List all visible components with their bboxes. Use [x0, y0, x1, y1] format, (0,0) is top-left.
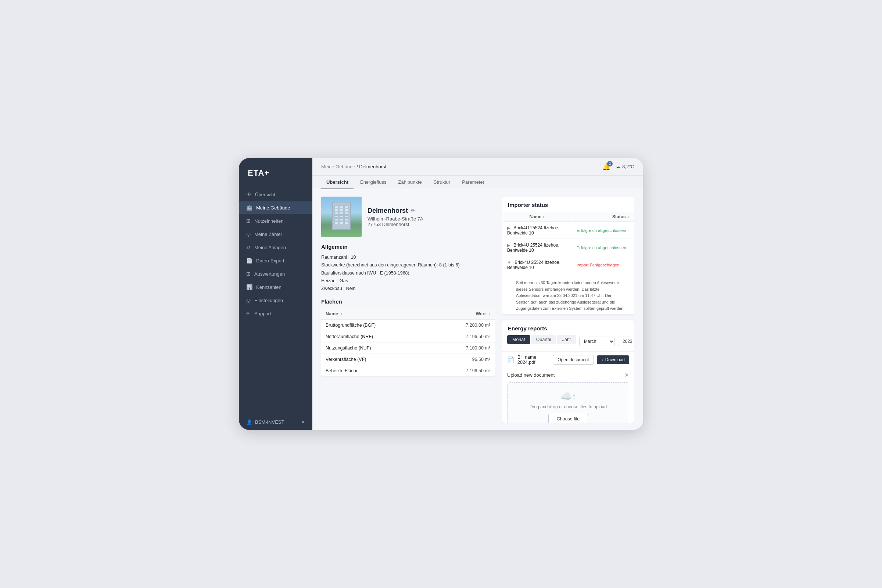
sidebar-item-metrics[interactable]: 📊 Kennzahlen	[239, 281, 312, 293]
importer-row-2: ▶ Brick4U 25524 Itzehoe, Bentweide 10 Er…	[503, 240, 634, 256]
energy-reports-title: Energy reports	[502, 320, 634, 335]
month-select[interactable]: JanuaryFebruaryMarchAprilMayJuneJulyAugu…	[579, 337, 615, 346]
page-content: Delmenhorst ✏ Wilhelm-Raabe-Straße 7A 27…	[312, 189, 643, 430]
info-class: Baulaltersklasse nach IWU : E (1958-1968…	[321, 269, 495, 277]
area-name: Nettoraumfläche (NRF)	[321, 331, 432, 342]
importer-status-2: Erfolgreich abgeschlossen	[572, 240, 634, 256]
page-tabs: Übersicht Energiefluss Zählpunkte Strukt…	[312, 176, 643, 189]
area-name: Bruttogrundfläche (BGF)	[321, 320, 432, 331]
export-icon: 📄	[246, 258, 252, 264]
breadcrumb-current: Delmenhorst	[359, 164, 386, 170]
download-icon: ↓	[601, 357, 603, 362]
expand-icon-1[interactable]: ▶	[507, 226, 510, 230]
table-row: Nutzungsfläche (NUF)7.100,00 m²	[321, 342, 495, 354]
tab-overview[interactable]: Übersicht	[321, 176, 354, 189]
close-upload-button[interactable]: ✕	[624, 372, 629, 378]
tab-meter-points[interactable]: Zählpunkte	[393, 176, 427, 189]
expand-icon-3[interactable]: ▼	[507, 260, 511, 265]
building-address-line2: 27753 Delmenhorst	[368, 222, 423, 227]
info-rooms: Raumanzahl : 10	[321, 254, 495, 261]
period-tab-year[interactable]: Jahr	[557, 335, 576, 344]
table-row: Bruttogrundfläche (BGF)7.200,00 m²	[321, 320, 495, 331]
importer-error-detail: Seit mehr als 30 Tagen konnten keine neu…	[503, 274, 634, 314]
general-info: Raumanzahl : 10 Stockwerke (berechnet au…	[321, 254, 495, 292]
sort-value-icon[interactable]: ↕	[488, 312, 490, 316]
edit-building-icon[interactable]: ✏	[411, 208, 415, 213]
expand-icon-2[interactable]: ▶	[507, 243, 510, 248]
areas-col-value: Wert ↕	[432, 308, 495, 320]
support-icon: ✏	[246, 310, 250, 316]
area-value: 7.196,50 m²	[432, 365, 495, 376]
area-name: Nutzungsfläche (NUF)	[321, 342, 432, 354]
building-header: Delmenhorst ✏ Wilhelm-Raabe-Straße 7A 27…	[321, 196, 495, 237]
info-heating: Heizart : Gas	[321, 277, 495, 285]
area-name: Verkehrsfläche (VF)	[321, 354, 432, 365]
tab-structure[interactable]: Struktur	[429, 176, 456, 189]
sort-name-icon[interactable]: ↕	[340, 312, 343, 316]
notifications-button[interactable]: 🔔 2	[602, 163, 610, 171]
analysis-icon: ⊞	[246, 271, 250, 277]
importer-error-detail-row: Seit mehr als 30 Tagen konnten keine neu…	[503, 274, 634, 314]
sidebar-item-settings[interactable]: ◎ Einstellungen	[239, 294, 312, 306]
building-details: Delmenhorst ✏ Wilhelm-Raabe-Straße 7A 27…	[368, 196, 423, 237]
period-selects: JanuaryFebruaryMarchAprilMayJuneJulyAugu…	[579, 337, 634, 346]
energy-controls: Monat Quartal Jahr JanuaryFebruaryMarchA…	[502, 335, 634, 351]
sidebar-item-support[interactable]: ✏ Support	[239, 307, 312, 320]
chart-icon: 📊	[246, 284, 252, 290]
building-address-line1: Wilhelm-Raabe-Straße 7A	[368, 216, 423, 222]
area-value: 7.200,00 m²	[432, 320, 495, 331]
importer-status-title: Importer status	[502, 196, 634, 212]
importer-row-3: ▼ Brick4U 25524 Itzehoe, Bentweide 10 Im…	[503, 257, 634, 273]
choose-file-button[interactable]: Choose file	[548, 414, 588, 423]
main-content: Meine Gebäude / Delmenhorst 🔔 2 ☁ 8,2°C …	[312, 158, 643, 430]
importer-col-name: Name ↕	[503, 212, 572, 222]
sidebar-item-buildings[interactable]: 🏢 Meine Gebäude	[239, 201, 312, 214]
period-controls-row: Monat Quartal Jahr JanuaryFebruaryMarchA…	[507, 335, 629, 348]
upload-instructions: Drug and drop or choose files to upload	[513, 404, 623, 410]
eye-icon: 👁	[246, 192, 251, 197]
file-row: 📄 Bill name 2024.pdf Open document ↓ Dow…	[502, 351, 634, 368]
upload-section: Upload new document ✕ ☁️↑ Drug and drop …	[502, 368, 634, 423]
year-select[interactable]: 2021202220232024	[618, 337, 634, 346]
sidebar-item-meters[interactable]: ◎ Meine Zähler	[239, 228, 312, 240]
importer-row-1: ▶ Brick4U 25524 Itzehoe, Bentweide 10 Er…	[503, 222, 634, 239]
open-document-button[interactable]: Open document	[553, 355, 594, 364]
upload-title-row: Upload new document ✕	[507, 372, 629, 378]
energy-reports-card: Energy reports Monat Quartal Jahr Januar…	[502, 320, 634, 423]
period-tab-month[interactable]: Monat	[507, 335, 530, 344]
sidebar-item-units[interactable]: ⊞ Nutzeinheiten	[239, 214, 312, 227]
importer-name-1: ▶ Brick4U 25524 Itzehoe, Bentweide 10	[503, 222, 572, 239]
chevron-down-icon: ▼	[301, 420, 305, 424]
sidebar-item-analysis[interactable]: ⊞ Auswertungen	[239, 267, 312, 280]
sidebar-item-overview[interactable]: 👁 Übersicht	[239, 188, 312, 201]
area-value: 7.196,50 m²	[432, 331, 495, 342]
content-left: Delmenhorst ✏ Wilhelm-Raabe-Straße 7A 27…	[321, 196, 495, 423]
header-actions: 🔔 2 ☁ 8,2°C	[602, 163, 634, 171]
general-section-title: Allgemein	[321, 244, 495, 250]
sidebar: ETA+ 👁 Übersicht 🏢 Meine Gebäude ⊞ Nutze…	[239, 158, 312, 430]
upload-drop-area[interactable]: ☁️↑ Drug and drop or choose files to upl…	[507, 382, 629, 423]
importer-name-3: ▼ Brick4U 25524 Itzehoe, Bentweide 10	[503, 257, 572, 273]
sidebar-item-systems[interactable]: ⇄ Meine Anlagen	[239, 241, 312, 254]
user-icon: 👤	[246, 419, 252, 425]
download-button[interactable]: ↓ Download	[597, 356, 629, 364]
grid-icon: ⊞	[246, 218, 250, 224]
info-floors: Stockwerke (berechnet aus den eingetrage…	[321, 261, 495, 269]
importer-col-status: Status ↕	[572, 212, 634, 222]
systems-icon: ⇄	[246, 244, 250, 250]
period-tab-quarter[interactable]: Quartal	[531, 335, 556, 344]
sidebar-user[interactable]: 👤 BSM-INVEST ▼	[239, 414, 312, 430]
tab-energy-flow[interactable]: Energiefluss	[355, 176, 392, 189]
notification-badge: 2	[607, 161, 613, 166]
building-image	[321, 196, 362, 237]
sidebar-item-export[interactable]: 📄 Daten-Export	[239, 254, 312, 267]
table-row: Nettoraumfläche (NRF)7.196,50 m²	[321, 331, 495, 342]
breadcrumb-parent[interactable]: Meine Gebäude	[321, 164, 356, 170]
settings-icon: ◎	[246, 297, 250, 303]
upload-title: Upload new document	[507, 372, 555, 378]
importer-table: Name ↕ Status ↕ ▶ Bric	[502, 212, 634, 314]
sidebar-nav: 👁 Übersicht 🏢 Meine Gebäude ⊞ Nutzeinhei…	[239, 187, 312, 414]
table-row: Beheizte Fläche7.196,50 m²	[321, 365, 495, 376]
tab-parameters[interactable]: Parameter	[457, 176, 489, 189]
importer-status-1: Erfolgreich abgeschlossen	[572, 222, 634, 239]
